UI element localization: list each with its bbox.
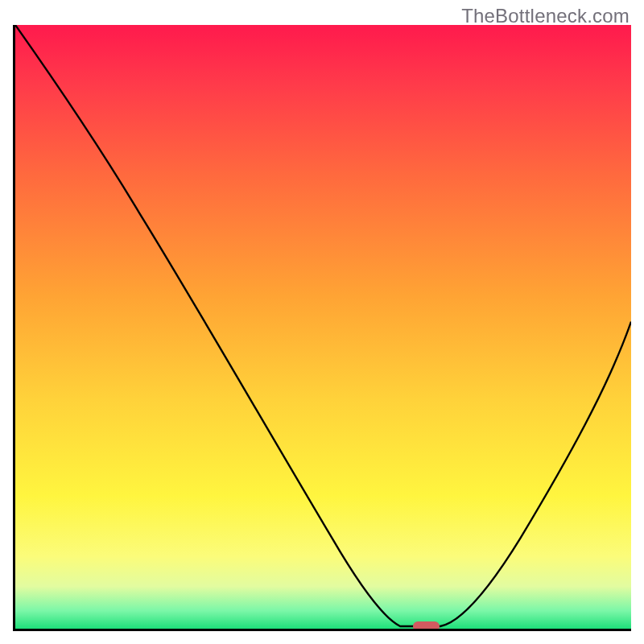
optimal-marker xyxy=(413,621,440,631)
curve-layer xyxy=(15,25,631,629)
plot-area xyxy=(13,25,631,631)
watermark-text: TheBottleneck.com xyxy=(461,5,630,27)
bottleneck-chart: TheBottleneck.com xyxy=(0,0,644,644)
bottleneck-curve xyxy=(15,25,631,626)
